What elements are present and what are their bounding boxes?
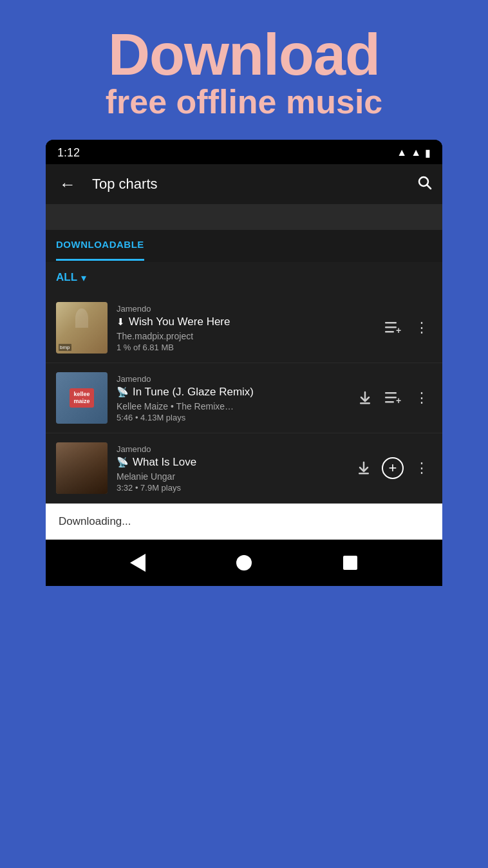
stream-icon: 📡 <box>117 386 129 398</box>
phone-mockup: 1:12 ▲ ▲ ▮ ← Top charts DOWNLOADABLE ALL… <box>46 140 442 586</box>
status-time: 1:12 <box>57 146 80 160</box>
song-title: What Is Love <box>133 456 196 469</box>
page-title: Top charts <box>92 176 417 193</box>
home-nav-button[interactable] <box>230 549 258 577</box>
svg-line-1 <box>427 185 431 189</box>
more-options-button[interactable]: ⋮ <box>411 388 432 408</box>
more-options-button[interactable]: ⋮ <box>411 458 432 478</box>
back-nav-button[interactable] <box>124 549 152 577</box>
list-item[interactable]: Jamendo 📡 What Is Love Melanie Ungar 3:3… <box>46 433 442 504</box>
stream-icon: 📡 <box>117 457 129 468</box>
svg-rect-3 <box>385 326 397 328</box>
svg-rect-8 <box>385 392 397 394</box>
downloading-bar: Downloading... <box>46 504 442 540</box>
add-to-queue-button[interactable]: + <box>383 388 404 408</box>
recents-nav-button[interactable] <box>336 549 364 577</box>
tab-downloadable[interactable]: DOWNLOADABLE <box>56 230 144 261</box>
song-meta: 5:46 • 4.13M plays <box>117 413 350 422</box>
svg-text:+: + <box>396 395 401 405</box>
song-artist: Kellee Maize • The Remixe… <box>117 401 350 411</box>
song-artist: Melanie Ungar <box>117 471 348 482</box>
battery-icon: ▮ <box>425 147 431 159</box>
chevron-down-icon[interactable]: ▾ <box>81 272 86 284</box>
search-button[interactable] <box>417 175 432 194</box>
banner-title: Download <box>13 26 475 84</box>
song-title: In Tune (J. Glaze Remix) <box>133 386 254 399</box>
song-title-row: ⬇ Wish You Were Here <box>117 316 378 328</box>
list-item[interactable]: bmp Jamendo ⬇ Wish You Were Here The.mad… <box>46 293 442 363</box>
status-bar: 1:12 ▲ ▲ ▮ <box>46 140 442 164</box>
song-meta: 1 % of 6.81 MB <box>117 343 378 352</box>
song-list: bmp Jamendo ⬇ Wish You Were Here The.mad… <box>46 293 442 504</box>
song-info: Jamendo 📡 In Tune (J. Glaze Remix) Kelle… <box>117 374 350 422</box>
banner-subtitle: free offline music <box>13 84 475 120</box>
nav-bar <box>46 540 442 586</box>
song-thumbnail: bmp <box>56 302 108 354</box>
svg-rect-2 <box>385 322 397 324</box>
filter-row: ALL ▾ <box>46 262 442 293</box>
song-title-row: 📡 In Tune (J. Glaze Remix) <box>117 386 350 399</box>
status-icons: ▲ ▲ ▮ <box>397 147 431 159</box>
download-button[interactable] <box>353 458 374 478</box>
banner: Download free offline music <box>0 0 488 140</box>
song-source: Jamendo <box>117 304 378 314</box>
more-options-button[interactable]: ⋮ <box>411 317 432 338</box>
svg-rect-10 <box>385 401 394 403</box>
song-meta: 3:32 • 7.9M plays <box>117 483 348 493</box>
song-title: Wish You Were Here <box>129 316 230 328</box>
add-button[interactable]: + <box>382 457 404 479</box>
wifi-icon: ▲ <box>397 147 407 158</box>
svg-text:+: + <box>396 325 401 335</box>
song-thumbnail <box>56 442 108 494</box>
signal-icon: ▲ <box>411 147 421 158</box>
svg-rect-7 <box>360 402 370 404</box>
song-actions: + ⋮ <box>355 388 432 408</box>
song-info: Jamendo 📡 What Is Love Melanie Ungar 3:3… <box>117 444 348 493</box>
svg-rect-4 <box>385 331 394 333</box>
svg-rect-9 <box>385 397 397 399</box>
song-actions: + ⋮ <box>353 457 432 479</box>
downloading-text: Downloading... <box>59 515 131 528</box>
download-button[interactable] <box>355 388 375 408</box>
song-thumbnail: kelleemaize <box>56 372 108 424</box>
add-to-queue-button[interactable]: + <box>383 317 404 338</box>
list-item[interactable]: kelleemaize Jamendo 📡 In Tune (J. Glaze … <box>46 363 442 433</box>
song-artist: The.madpix.project <box>117 331 378 341</box>
back-button[interactable]: ← <box>56 175 79 194</box>
song-actions: + ⋮ <box>383 317 432 338</box>
song-info: Jamendo ⬇ Wish You Were Here The.madpix.… <box>117 304 378 352</box>
svg-rect-13 <box>359 473 369 475</box>
song-source: Jamendo <box>117 374 350 384</box>
download-status-icon: ⬇ <box>117 316 125 328</box>
top-bar: ← Top charts <box>46 164 442 204</box>
song-title-row: 📡 What Is Love <box>117 456 348 469</box>
tab-bar: DOWNLOADABLE <box>46 230 442 262</box>
song-source: Jamendo <box>117 444 348 454</box>
filter-all-label[interactable]: ALL <box>56 271 77 284</box>
spacer <box>46 204 442 230</box>
